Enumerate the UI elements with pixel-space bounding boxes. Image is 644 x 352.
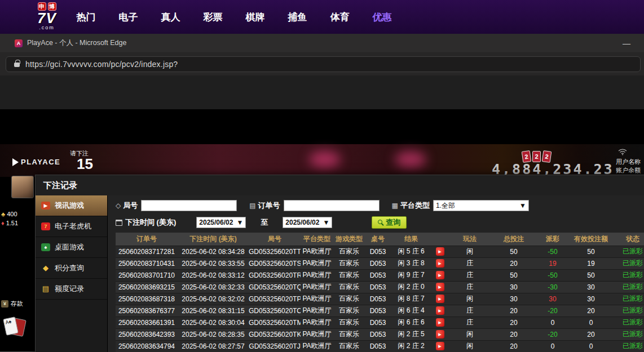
sidebar-item-slot-machines[interactable]: 7 电子老虎机	[36, 216, 107, 237]
account-labels: 用户名称 账户余额	[616, 158, 641, 175]
column-header: 游戏类型	[333, 233, 365, 246]
table-row: 2506020836347942025-06-02 08:27:57GD0532…	[116, 340, 644, 352]
order-cell: 250602083687318	[116, 293, 178, 305]
nav-item-live[interactable]: 真人	[149, 0, 192, 34]
brand-suffix: .com	[27, 25, 67, 30]
platform-cell: PA欧洲厅	[301, 281, 333, 293]
column-header: 有效投注额	[569, 233, 613, 246]
nav-item-promo[interactable]: 优惠	[361, 0, 403, 34]
replay-play-icon[interactable]: ▶	[436, 259, 444, 268]
window-title-bar: A PlayAce - 个人 - Microsoft Edge —	[0, 34, 644, 53]
platform-select[interactable]: 1.全部 ▼	[433, 200, 529, 211]
total-bet-cell: 50	[491, 246, 536, 257]
date-to-select[interactable]: 2025/06/02 ▼	[283, 217, 332, 228]
minimize-button[interactable]: —	[618, 34, 635, 53]
page-viewport: PLAYACE 请下注 15 2 2 2 4,884,234.23 用户名称	[0, 109, 644, 352]
payout-cell: -20	[536, 328, 569, 340]
column-header: 派彩	[536, 233, 569, 246]
table-cell: D053	[365, 269, 391, 281]
valid-bet-cell: 19	[569, 257, 613, 269]
result-cell: 闲 2 庄 2	[391, 340, 431, 352]
replay-cell: ▶	[431, 293, 448, 305]
replay-play-icon[interactable]: ▶	[436, 247, 444, 256]
status-cell: 已派彩	[613, 340, 644, 352]
replay-play-icon[interactable]: ▶	[436, 295, 444, 303]
chevron-down-icon: ▼	[323, 219, 329, 226]
payout-cell: 19	[536, 257, 569, 269]
date-from-select[interactable]: 2025/06/02 ▼	[196, 217, 246, 228]
result-cell: 闲 2 庄 0	[391, 281, 431, 293]
nav-item-slots[interactable]: 电子	[107, 0, 149, 34]
video-game-icon: ▶	[41, 202, 50, 210]
banner-glow	[395, 151, 426, 168]
time-cell: 2025-06-02 08:33:12	[178, 269, 249, 281]
status-cell: 已派彩	[613, 281, 644, 293]
round-input[interactable]	[141, 200, 237, 211]
replay-cell: ▶	[431, 269, 448, 281]
total-bet-cell: 30	[491, 281, 536, 293]
playace-logo: PLAYACE	[12, 158, 60, 166]
banner-glow	[309, 151, 341, 168]
replay-play-icon[interactable]: ▶	[436, 283, 444, 291]
address-bar: https://gci.7vvvvvv.com/pc/pcv2/index.js…	[0, 53, 644, 75]
chevron-down-icon: ▼	[236, 219, 243, 226]
play-type-cell: 闲	[448, 293, 491, 305]
table-cell: D053	[365, 257, 391, 269]
payout-cell: -30	[536, 281, 569, 293]
lock-icon[interactable]	[14, 63, 20, 67]
replay-play-icon[interactable]: ▶	[436, 330, 444, 338]
nav-item-sports[interactable]: 体育	[319, 0, 361, 34]
replay-play-icon[interactable]: ▶	[436, 342, 444, 350]
bet-records-table: 订单号下注时间 (美东)局号平台类型游戏类型桌号结果玩法总投注派彩有效投注额状态…	[116, 233, 644, 352]
column-header: 桌号	[365, 233, 391, 246]
table-row: 2506020837172812025-06-02 08:34:28GD0532…	[116, 246, 644, 257]
order-cell: 250602083642393	[116, 328, 178, 340]
replay-play-icon[interactable]: ▶	[436, 318, 444, 327]
status-cell: 已派彩	[613, 293, 644, 305]
sidebar-item-video-games[interactable]: ▶ 视讯游戏	[36, 195, 107, 216]
order-cell: 250602083693215	[116, 281, 178, 293]
nav-item-hot[interactable]: 热门	[65, 0, 107, 34]
game-cell: 百家乐	[333, 246, 365, 257]
calendar-icon	[116, 220, 122, 226]
chevron-down-icon: ▼	[519, 202, 526, 210]
sidebar-item-points-query[interactable]: ◆ 积分查询	[36, 258, 107, 279]
url-input[interactable]: https://gci.7vvvvvv.com/pc/pcv2/index.js…	[6, 56, 641, 72]
user-avatar[interactable]	[11, 176, 34, 198]
replay-play-icon[interactable]: ▶	[436, 271, 444, 279]
browser-window: A PlayAce - 个人 - Microsoft Edge — https:…	[0, 34, 644, 352]
nav-item-fishing[interactable]: 捕鱼	[276, 0, 319, 34]
deposit-button[interactable]: ¥ 存款	[1, 300, 23, 308]
slot-machine-icon: 7	[41, 222, 50, 230]
wifi-icon	[618, 148, 627, 158]
platform-cell: PA欧洲厅	[301, 340, 333, 352]
nav-item-cards[interactable]: 棋牌	[234, 0, 276, 34]
platform-cell: PA欧洲厅	[301, 305, 333, 317]
sidebar-item-table-games[interactable]: ♠ 桌面游戏	[36, 237, 107, 258]
order-input[interactable]	[284, 200, 380, 211]
to-label: 至	[261, 217, 268, 228]
play-type-cell: 闲	[448, 340, 491, 352]
replay-play-icon[interactable]: ▶	[436, 306, 444, 315]
play-type-cell: 庄	[448, 317, 491, 328]
column-header: 订单号	[116, 233, 178, 246]
game-cell: 百家乐	[333, 340, 365, 352]
site-logo[interactable]: 申 博 7V .com	[27, 2, 67, 30]
search-button[interactable]: 查询	[372, 216, 407, 229]
time-cell: 2025-06-02 08:28:35	[178, 328, 249, 340]
platform-cell: PA欧洲厅	[301, 328, 333, 340]
game-cell: 百家乐	[333, 328, 365, 340]
platform-label: 平台类型	[400, 200, 430, 211]
round-cell: GD053256020TS	[249, 257, 301, 269]
magnifier-icon	[378, 220, 384, 226]
nav-item-lottery[interactable]: 彩票	[192, 0, 234, 34]
bet-countdown: 15	[77, 155, 93, 173]
table-cell: D053	[365, 281, 391, 293]
diamond-icon: ♦	[1, 220, 5, 226]
table-cell: D053	[365, 328, 391, 340]
replay-cell: ▶	[431, 281, 448, 293]
total-bet-cell: 30	[491, 293, 536, 305]
order-cell: 250602083717281	[116, 246, 178, 257]
game-cell: 百家乐	[333, 269, 365, 281]
sidebar-item-quota-records[interactable]: ▤ 额度记录	[36, 279, 107, 300]
